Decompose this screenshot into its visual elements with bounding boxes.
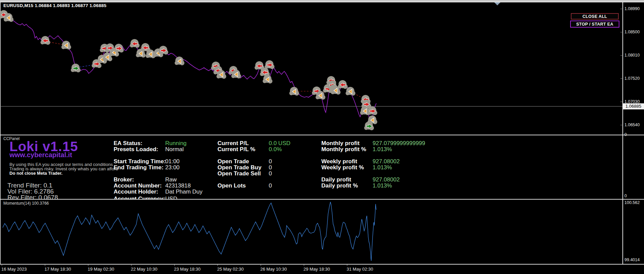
panel-row-value: 927.08002 — [373, 158, 400, 165]
trade-marker — [61, 41, 71, 49]
price-tickmark — [620, 102, 623, 102]
trade-marker — [265, 60, 274, 69]
time-tickmark — [45, 265, 45, 266]
panel-row-value: 0 — [269, 182, 272, 189]
panel-row-label: Open Trade — [217, 158, 249, 165]
panel-row-label: Account Number: — [114, 182, 162, 189]
panel-row-value: 0 — [269, 170, 272, 177]
time-tickmark — [347, 265, 347, 266]
current-price-badge: 1.06885 — [623, 103, 644, 109]
time-axis-label: 25 May 02:30 — [217, 267, 244, 272]
time-tickmark — [2, 265, 2, 266]
panel-row-label: Monthly profit — [321, 140, 359, 147]
rev-filter-value: Rev Filter: 0.0678 — [7, 194, 58, 199]
ea-brand-website: www.cybercapital.it — [9, 151, 72, 159]
price-tick-label: 1.06540 — [624, 123, 640, 127]
time-axis-label: 29 May 18:30 — [303, 267, 330, 272]
symbol-title: EURUSD,M15 1.06884 1.06893 1.06877 1.068… — [3, 3, 107, 8]
panel-row-label: Start Trading Time: — [114, 158, 166, 165]
panel-row-label: Open Trade Sell — [217, 170, 261, 177]
trade-marker — [130, 39, 140, 48]
time-axis-label: 26 May 10:30 — [260, 267, 287, 272]
mt4-chart-window: EURUSD,M15 1.06884 1.06893 1.06877 1.068… — [0, 0, 644, 274]
momentum-indicator-label: Momentum(14) 100.3766 — [3, 201, 49, 206]
time-axis-label: 19 May 02:30 — [88, 267, 114, 272]
panel-row-label: Weekly profit % — [321, 164, 364, 171]
price-tick-label: 1.08990 — [624, 6, 640, 11]
panel-row-label: Weekly profit — [321, 158, 357, 165]
panel-row-value: 927.0799999999999 — [373, 140, 425, 147]
time-tickmark — [131, 265, 131, 266]
panel-row-value: 01:00 — [165, 158, 180, 165]
indicator-scale-label: 0 — [624, 194, 627, 198]
panel-row-value: Running — [165, 140, 186, 147]
disclaimer-line-3: Do not close Meta Trader. — [9, 171, 63, 176]
close-all-button[interactable]: CLOSE ALL — [571, 13, 619, 20]
panel-row-label: Account Currency: — [114, 196, 165, 199]
momentum-line — [3, 202, 376, 261]
panel-row-value: Raw — [165, 176, 177, 183]
panel-row-value: 0 — [269, 164, 272, 171]
panel-row-label: EA Status: — [114, 140, 142, 147]
panel-row-value: 0.0% — [269, 146, 282, 153]
time-tickmark — [174, 265, 175, 266]
trade-marker — [158, 46, 168, 55]
panel-row-value: Normal — [165, 146, 184, 153]
price-tickmark — [620, 55, 623, 56]
panel-row-label: Open Lots — [217, 182, 246, 189]
time-tickmark — [217, 265, 218, 266]
panel-row-value: 0.0 USD — [269, 140, 290, 147]
time-axis-label: 22 May 10:30 — [131, 267, 157, 272]
panel-row-value: 1.013% — [373, 146, 392, 153]
time-axis-label: 16 May 2023 — [1, 267, 27, 272]
panel-row-value: 927.08002 — [373, 176, 400, 183]
price-tick-label: 1.07030 — [624, 99, 640, 104]
price-tick-label: 1.08010 — [624, 53, 640, 58]
panel-row-value: 1.013% — [373, 182, 392, 189]
trade-marker — [114, 44, 124, 53]
price-tick-label: 1.08500 — [624, 30, 640, 34]
stop-start-ea-button[interactable]: STOP / START EA — [570, 21, 619, 28]
trade-marker — [40, 36, 50, 45]
indicator-scale-label: 100.562 — [624, 200, 640, 205]
panel-row-label: Open Trade Buy — [217, 164, 261, 171]
price-tickmark — [620, 125, 623, 125]
price-axis-separator — [622, 2, 623, 265]
panel-row-label: Daily profit % — [321, 182, 358, 189]
panel-row-label: End Trading Time: — [114, 164, 164, 171]
trade-marker — [289, 87, 299, 96]
trade-marker — [263, 75, 272, 83]
price-line — [2, 10, 376, 124]
panel-window-separator[interactable] — [0, 135, 644, 135]
panel-row-label: Current P/L — [217, 140, 249, 147]
indicator-scale-label: 0 — [624, 132, 627, 137]
time-tickmark — [261, 265, 261, 266]
panel-row-label: Current P/L % — [217, 146, 255, 153]
time-tickmark — [304, 265, 304, 266]
panel-row-value: Dat Pham Duy — [165, 189, 203, 195]
price-tickmark — [620, 32, 623, 32]
panel-row-value: 1.013% — [373, 164, 392, 171]
trade-marker — [175, 57, 184, 65]
panel-row-label: Account Holder: — [114, 189, 158, 195]
price-tick-label: 1.07520 — [624, 76, 640, 81]
time-axis[interactable]: 16 May 202317 May 18:3019 May 02:3022 Ma… — [0, 265, 644, 274]
momentum-window-separator[interactable] — [0, 199, 644, 200]
panel-row-label: Daily profit — [321, 176, 351, 183]
trade-marker — [346, 87, 355, 96]
ccpanel-subwindow: CCPanel Loki v1.15 www.cybercapital.it B… — [0, 136, 622, 199]
panel-row-value: 42313818 — [165, 182, 191, 189]
time-axis-label: 23 May 18:30 — [174, 267, 201, 272]
panel-row-value: 0 — [269, 158, 272, 165]
time-axis-label: 17 May 18:30 — [45, 267, 71, 272]
time-axis-label: 31 May 02:30 — [347, 267, 373, 272]
price-tickmark — [620, 78, 623, 79]
panel-row-value: 23:00 — [165, 164, 180, 171]
panel-row-label: Presets Loaded: — [114, 146, 158, 153]
time-tickmark — [88, 265, 88, 266]
trade-marker — [71, 64, 81, 72]
panel-row-value: USD — [165, 196, 177, 199]
trade-marker — [338, 80, 348, 89]
panel-row-label: Monthly profit % — [321, 146, 366, 153]
panel-row-label: Broker: — [114, 176, 134, 183]
